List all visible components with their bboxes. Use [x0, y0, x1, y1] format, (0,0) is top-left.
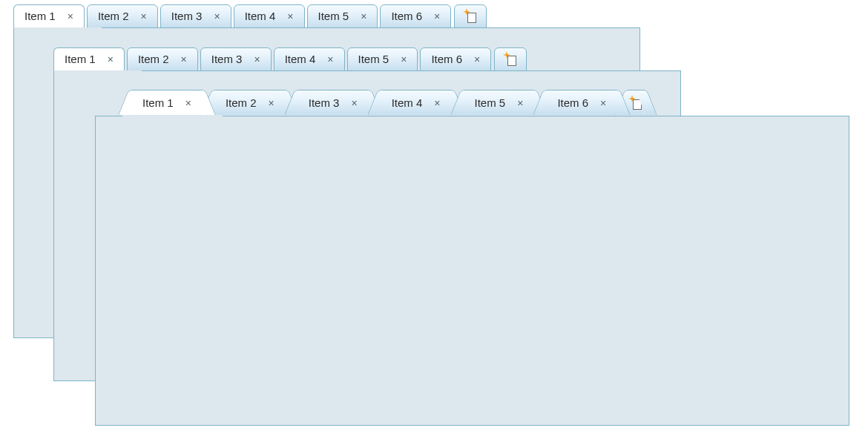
- tabstrip-1: Item 1 × Item 2 × Item 3 × Item 4 × Item…: [13, 4, 487, 28]
- close-icon[interactable]: ×: [473, 48, 481, 70]
- close-icon[interactable]: ×: [433, 5, 441, 27]
- tab-item-2[interactable]: Item 2 ×: [87, 4, 158, 28]
- tab-label: Item 1: [24, 5, 66, 27]
- close-icon[interactable]: ×: [359, 5, 368, 27]
- close-icon[interactable]: ×: [252, 48, 261, 70]
- tabstrip-2: Item 1 × Item 2 × Item 3 × Item 4 × Item…: [53, 47, 527, 71]
- tab-label: Item 5: [358, 48, 400, 70]
- tab-item-2[interactable]: Item 2 ×: [206, 90, 294, 115]
- tab-item-5[interactable]: Item 5 ×: [307, 4, 378, 28]
- tabstrip-3: Item 1 × Item 2 × Item 3 × Item 4: [123, 91, 652, 115]
- tab-item-5[interactable]: Item 5 ×: [456, 90, 543, 115]
- close-icon[interactable]: ×: [106, 48, 115, 70]
- close-icon[interactable]: ×: [599, 97, 608, 109]
- tab-item-6[interactable]: Item 6 ×: [420, 47, 491, 71]
- tab-item-3[interactable]: Item 3 ×: [160, 4, 231, 28]
- new-tab-icon: [464, 10, 476, 23]
- tab-label: Item 3: [171, 5, 213, 27]
- tab-label: Item 3: [309, 96, 350, 109]
- tab-panel-3: [95, 116, 849, 426]
- close-icon[interactable]: ×: [286, 5, 295, 27]
- tab-item-3[interactable]: Item 3 ×: [200, 47, 272, 71]
- close-icon[interactable]: ×: [349, 97, 358, 109]
- tab-label: Item 1: [65, 48, 106, 70]
- close-icon[interactable]: ×: [267, 97, 276, 109]
- close-icon[interactable]: ×: [66, 5, 75, 27]
- new-tab-button[interactable]: [494, 47, 527, 71]
- tab-item-4[interactable]: Item 4 ×: [372, 90, 460, 115]
- tab-item-5[interactable]: Item 5 ×: [347, 47, 418, 71]
- close-icon[interactable]: ×: [399, 48, 408, 70]
- close-icon[interactable]: ×: [184, 97, 193, 109]
- close-icon[interactable]: ×: [180, 48, 188, 70]
- tab-item-6[interactable]: Item 6 ×: [538, 90, 625, 115]
- tab-label: Item 4: [392, 96, 433, 109]
- close-icon[interactable]: ×: [516, 97, 525, 109]
- tab-label: Item 6: [557, 96, 599, 109]
- close-icon[interactable]: ×: [139, 5, 148, 27]
- tab-item-6[interactable]: Item 6 ×: [380, 4, 451, 28]
- tab-label: Item 5: [318, 5, 360, 27]
- tab-label: Item 4: [285, 48, 326, 70]
- tab-label: Item 3: [211, 48, 253, 70]
- tab-item-4[interactable]: Item 4 ×: [234, 4, 305, 28]
- tab-label: Item 6: [391, 5, 433, 27]
- close-icon[interactable]: ×: [433, 97, 441, 109]
- close-icon[interactable]: ×: [212, 5, 221, 27]
- tab-item-3[interactable]: Item 3 ×: [289, 90, 377, 115]
- new-tab-icon: [504, 53, 516, 66]
- tab-label: Item 6: [431, 48, 473, 70]
- tab-label: Item 5: [475, 96, 516, 109]
- new-tab-button[interactable]: [454, 4, 487, 28]
- tab-label: Item 4: [245, 5, 286, 27]
- tab-item-1[interactable]: Item 1 ×: [13, 4, 85, 28]
- tab-label: Item 2: [226, 96, 267, 109]
- tab-item-2[interactable]: Item 2 ×: [127, 47, 198, 71]
- tab-label: Item 2: [138, 48, 180, 70]
- tab-item-1[interactable]: Item 1 ×: [123, 90, 211, 115]
- tab-label: Item 1: [142, 96, 184, 109]
- tab-label: Item 2: [98, 5, 139, 27]
- close-icon[interactable]: ×: [326, 48, 335, 70]
- tab-item-4[interactable]: Item 4 ×: [274, 47, 345, 71]
- tab-item-1[interactable]: Item 1 ×: [53, 47, 125, 71]
